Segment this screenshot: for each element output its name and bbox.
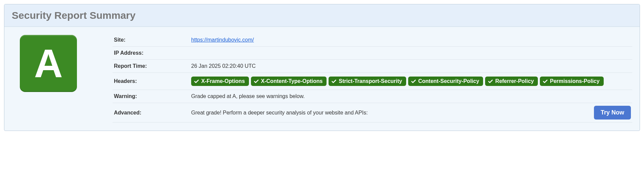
details-column: Site: https://martindubovic.com/ IP Addr… — [113, 34, 632, 123]
header-pill-label: X-Content-Type-Options — [261, 78, 323, 85]
check-icon — [331, 79, 339, 84]
label-report-time: Report Time: — [113, 60, 190, 73]
header-pill: Strict-Transport-Security — [329, 77, 406, 86]
check-icon — [411, 79, 418, 84]
check-icon — [254, 79, 261, 84]
label-ip: IP Address: — [113, 47, 190, 60]
check-icon — [488, 79, 495, 84]
site-link[interactable]: https://martindubovic.com/ — [191, 37, 254, 43]
security-report-panel: Security Report Summary A Site: https://… — [4, 4, 640, 131]
value-ip — [190, 47, 632, 60]
header-pill: Content-Security-Policy — [408, 77, 483, 86]
header-pill-label: Permissions-Policy — [550, 78, 600, 85]
row-site: Site: https://martindubovic.com/ — [113, 34, 632, 47]
label-warning: Warning: — [113, 90, 190, 103]
header-pill: X-Content-Type-Options — [251, 77, 327, 86]
label-headers: Headers: — [113, 73, 190, 90]
row-report-time: Report Time: 26 Jan 2025 02:20:40 UTC — [113, 60, 632, 73]
advanced-text: Great grade! Perform a deeper security a… — [191, 110, 368, 116]
row-advanced: Advanced: Great grade! Perform a deeper … — [113, 103, 632, 123]
row-warning: Warning: Grade capped at A, please see w… — [113, 90, 632, 103]
value-advanced: Great grade! Perform a deeper security a… — [190, 103, 632, 123]
value-headers: X-Frame-OptionsX-Content-Type-OptionsStr… — [190, 73, 632, 90]
header-pill: X-Frame-Options — [191, 77, 249, 86]
header-pill-label: Strict-Transport-Security — [339, 78, 402, 85]
label-site: Site: — [113, 34, 190, 47]
panel-title: Security Report Summary — [12, 10, 632, 21]
check-icon — [543, 79, 550, 84]
value-report-time: 26 Jan 2025 02:20:40 UTC — [190, 60, 632, 73]
header-pill: Referrer-Policy — [485, 77, 538, 86]
row-ip: IP Address: — [113, 47, 632, 60]
row-headers: Headers: X-Frame-OptionsX-Content-Type-O… — [113, 73, 632, 90]
panel-header: Security Report Summary — [4, 4, 640, 27]
try-now-button[interactable]: Try Now — [594, 106, 631, 120]
value-warning: Grade capped at A, please see warnings b… — [190, 90, 632, 103]
check-icon — [194, 79, 201, 84]
header-pill-label: Referrer-Policy — [495, 78, 534, 85]
header-pill-label: Content-Security-Policy — [418, 78, 479, 85]
header-pill-label: X-Frame-Options — [201, 78, 245, 85]
header-pill: Permissions-Policy — [540, 77, 604, 86]
grade-letter: A — [34, 44, 62, 83]
details-table: Site: https://martindubovic.com/ IP Addr… — [113, 34, 632, 123]
value-site: https://martindubovic.com/ — [190, 34, 632, 47]
grade-column: A — [12, 34, 113, 123]
grade-badge: A — [20, 35, 77, 92]
panel-body: A Site: https://martindubovic.com/ IP Ad… — [4, 27, 640, 131]
label-advanced: Advanced: — [113, 103, 190, 123]
